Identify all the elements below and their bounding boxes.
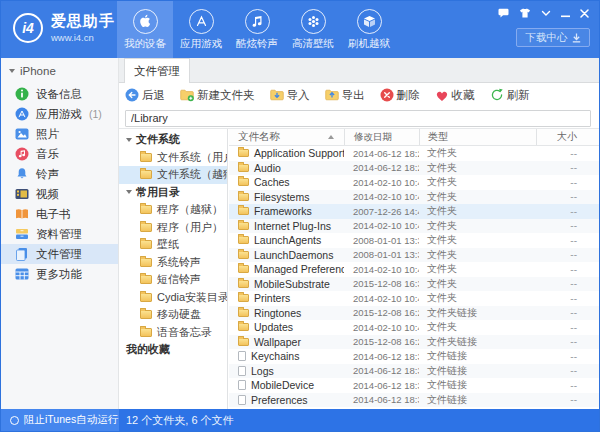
jailbreak-box-icon [357,9,382,34]
sidebar-item-ringtones[interactable]: 铃声 [1,164,118,184]
tree-item-label: 文件系统（用户） [157,150,228,165]
file-row[interactable]: LaunchDaemons2008-01-01 13:36文件夹-- [229,248,599,263]
export-button[interactable]: 导出 [325,88,365,103]
file-row[interactable]: LaunchAgents2008-01-01 13:36文件夹-- [229,233,599,248]
refresh-button[interactable]: 刷新 [490,88,530,103]
tree-item-apps-user[interactable]: 程序（用户） [119,219,227,237]
tree-section-filesystem[interactable]: 文件系统 [119,131,227,149]
folder-icon [140,170,152,179]
back-button[interactable]: 后退 [125,88,165,103]
tree-item-wallpaper[interactable]: 壁纸 [119,236,227,254]
tree-item-label: 壁纸 [157,237,179,252]
file-row[interactable]: Wallpaper2015-12-08 16:24文件夹链接-- [229,335,599,350]
app-logo: i4 爱思助手 www.i4.cn [13,12,115,43]
sidebar-item-apps-games[interactable]: 应用游戏 (1) [1,104,118,124]
sidebar-item-videos[interactable]: 视频 [1,184,118,204]
refresh-icon [490,88,504,102]
file-manager-icon [15,247,29,261]
tree-section-common-dirs[interactable]: 常用目录 [119,184,227,202]
new-folder-button[interactable]: 新建文件夹 [180,88,255,103]
column-header-size[interactable]: 大小 [536,129,599,145]
file-row-highlighted[interactable]: Frameworks2007-12-26 14:46文件夹-- [229,204,599,219]
column-header-name[interactable]: 文件名称 [229,129,344,145]
tree-item-label: 文件系统（越狱） [157,167,228,182]
file-row[interactable]: Filesystems2014-02-10 10:44文件夹-- [229,190,599,205]
tree-item-label: 移动硬盘 [157,307,201,322]
sidebar-item-label: 铃声 [36,167,59,182]
sidebar-item-device-info[interactable]: 设备信息 [1,84,118,104]
file-row[interactable]: Ringtones2015-12-08 16:24文件夹链接-- [229,306,599,321]
path-input[interactable] [125,110,591,127]
tree-item-filesystem-user[interactable]: 文件系统（用户） [119,149,227,167]
nav-apps-games[interactable]: 应用游戏 [173,1,229,58]
file-row[interactable]: Application Support2014-06-12 18:28文件夹-- [229,146,599,161]
import-button[interactable]: 导入 [270,88,310,103]
file-row[interactable]: MobileSubstrate2015-12-08 16:32文件夹-- [229,277,599,292]
sidebar-item-file-manager[interactable]: 文件管理 [1,244,118,264]
folder-icon [238,338,249,346]
close-icon[interactable] [580,9,589,18]
file-row[interactable]: Internet Plug-Ins2014-02-10 10:44文件夹-- [229,219,599,234]
file-row[interactable]: Caches2014-02-10 10:44文件夹-- [229,175,599,190]
folder-icon [238,323,249,331]
tree-item-sms-ringtones[interactable]: 短信铃声 [119,271,227,289]
message-icon[interactable] [498,8,509,18]
file-row[interactable]: Updates2014-02-10 10:44文件夹-- [229,320,599,335]
tab-bar: 文件管理 [119,58,599,83]
column-header-date[interactable]: 修改日期 [344,129,419,145]
tree-item-apps-jailbreak[interactable]: 程序（越狱） [119,201,227,219]
download-center-button[interactable]: 下载中心 [516,28,590,47]
tree-item-cydia-install-dir[interactable]: Cydia安装目录 [119,289,227,307]
nav-flash-jailbreak[interactable]: 刷机越狱 [341,1,397,58]
column-header-type[interactable]: 类型 [419,129,536,145]
tree-item-filesystem-jailbreak[interactable]: 文件系统（越狱） [119,166,227,184]
sidebar-item-more-features[interactable]: 更多功能 [1,264,118,284]
tree-item-label: 程序（用户） [157,220,223,235]
tab-file-manager[interactable]: 文件管理 [124,58,190,83]
toolbar-label: 导入 [287,88,310,103]
file-row[interactable]: Keychains2014-06-12 18:34文件链接-- [229,349,599,364]
apps-games-icon [15,107,29,121]
file-row[interactable]: Audio2014-06-12 18:26文件夹-- [229,161,599,176]
file-row[interactable]: Logs2014-06-12 18:34文件链接-- [229,364,599,379]
minimize-icon[interactable] [561,9,570,18]
book-icon [15,207,29,221]
file-row[interactable]: MobileDevice2014-06-12 18:34文件链接-- [229,378,599,393]
favorite-button[interactable]: 收藏 [435,88,475,103]
nav-hd-wallpapers[interactable]: 高清壁纸 [285,1,341,58]
sidebar-item-data-manager[interactable]: 资料管理 [1,224,118,244]
file-row[interactable]: Managed Preferences2014-02-10 10:44文件夹-- [229,262,599,277]
path-bar [119,107,599,128]
tree-item-mobile-disk[interactable]: 移动硬盘 [119,306,227,324]
app-subtitle: www.i4.cn [51,32,115,43]
folder-icon [238,222,249,230]
device-sidebar: iPhone 设备信息 应用游戏 (1) 照片 音乐 铃声 视频 [1,58,119,409]
nav-my-devices[interactable]: 我的设备 [117,1,173,58]
file-row[interactable]: Printers2014-02-10 10:44文件夹-- [229,291,599,306]
sidebar-item-label: 资料管理 [36,227,82,242]
delete-button[interactable]: 删除 [380,88,420,103]
import-icon [270,88,284,102]
tree-item-voice-memos[interactable]: 语音备忘录 [119,324,227,342]
video-icon [15,187,29,201]
sidebar-item-photos[interactable]: 照片 [1,124,118,144]
sidebar-item-music[interactable]: 音乐 [1,144,118,164]
new-folder-icon [180,88,194,102]
folder-icon [238,193,249,201]
shirt-skin-icon[interactable] [519,8,531,18]
status-bar: 阻止iTunes自动运行 12 个文件夹, 6 个文件 [1,409,599,431]
tree-section-label: 常用目录 [136,185,180,200]
file-icon [238,366,246,376]
file-row[interactable]: Preferences2014-06-12 18:34文件链接-- [229,393,599,408]
block-itunes-toggle[interactable]: 阻止iTunes自动运行 [1,409,119,431]
sidebar-item-ebooks[interactable]: 电子书 [1,204,118,224]
device-selector[interactable]: iPhone [1,58,118,84]
folder-icon [238,251,249,259]
tree-item-system-ringtones[interactable]: 系统铃声 [119,254,227,272]
download-center-label: 下载中心 [526,31,568,45]
chevron-down-icon[interactable] [541,10,551,17]
export-icon [325,88,339,102]
folder-icon [140,153,152,162]
tree-section-favorites[interactable]: 我的收藏 [119,341,227,359]
nav-cool-ringtones[interactable]: 酷炫铃声 [229,1,285,58]
